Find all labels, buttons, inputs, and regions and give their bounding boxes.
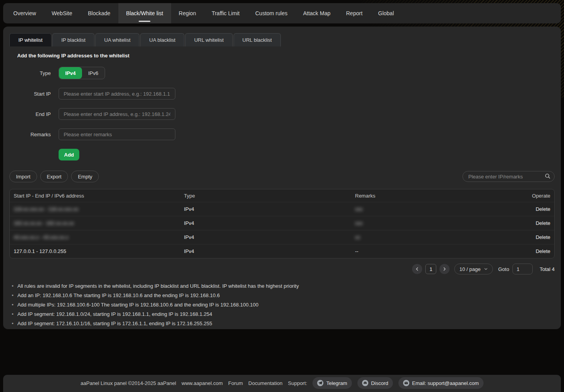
ip-range-redacted: 182.xx.xx.xx - 182.xx.xx.xx xyxy=(14,220,74,226)
start-ip-input[interactable] xyxy=(59,88,175,100)
tab-ua-whitelist[interactable]: UA whitelist xyxy=(95,33,139,46)
ip-type: IPv4 xyxy=(184,206,355,212)
tab-ip-blacklist[interactable]: IP blacklist xyxy=(52,33,95,46)
ipv4-segment[interactable]: IPv4 xyxy=(59,67,82,79)
nav-item-website[interactable]: WebSite xyxy=(44,3,80,23)
ip-type: IPv4 xyxy=(184,220,355,226)
table-row: 118.xx.xxx.xx - 118.xx.xxx.xx IPv4 xxx D… xyxy=(10,202,554,216)
remarks-label: Remarks xyxy=(17,132,51,137)
copyright-text: aaPanel Linux panel ©2014-2025 aaPanel xyxy=(80,380,176,386)
type-label: Type xyxy=(17,70,51,76)
nav-item-black-white-list[interactable]: Black/White list xyxy=(118,3,171,23)
remarks-redacted: xxx xyxy=(355,220,363,226)
tab-url-blacklist[interactable]: URL blacklist xyxy=(234,33,281,46)
email-label: Email: support@aapanel.com xyxy=(412,380,479,386)
discord-button[interactable]: Discord xyxy=(357,377,393,389)
nav-item-region[interactable]: Region xyxy=(171,3,204,23)
email-button[interactable]: Email: support@aapanel.com xyxy=(398,377,484,389)
end-ip-input[interactable] xyxy=(59,108,175,120)
forum-link[interactable]: Forum xyxy=(228,380,243,386)
goto-page-input[interactable] xyxy=(512,264,533,274)
nav-item-overview[interactable]: Overview xyxy=(5,3,44,23)
import-button[interactable]: Import xyxy=(9,171,37,182)
remarks-redacted: xx xyxy=(355,234,360,240)
nav-item-global[interactable]: Global xyxy=(370,3,402,23)
delete-link[interactable]: Delete xyxy=(535,206,550,212)
ip-type: IPv4 xyxy=(184,234,355,240)
email-icon xyxy=(403,380,409,386)
active-tab-underline xyxy=(139,21,150,22)
delete-link[interactable]: Delete xyxy=(535,248,550,254)
pagination: 1 10 / page Goto Total 4 xyxy=(9,264,555,274)
start-ip-label: Start IP xyxy=(17,91,51,97)
telegram-button[interactable]: Telegram xyxy=(312,377,352,389)
empty-button[interactable]: Empty xyxy=(71,171,99,182)
top-navbar: Overview WebSite Blockade Black/White li… xyxy=(3,3,561,23)
page-size-value: 10 / page xyxy=(459,266,480,272)
note-line: Add multiple IPs: 192.168.100.6-100 The … xyxy=(12,300,555,310)
chevron-down-icon xyxy=(484,267,488,271)
add-button[interactable]: Add xyxy=(59,149,79,160)
nav-item-blockade[interactable]: Blockade xyxy=(80,3,118,23)
export-button[interactable]: Export xyxy=(40,171,68,182)
table-row: 127.0.0.1 - 127.0.0.255 IPv4 -- Delete xyxy=(10,244,554,258)
note-line: All rules are invalid for IP segments in… xyxy=(12,282,555,291)
ip-range: 127.0.0.1 - 127.0.0.255 xyxy=(14,248,184,254)
ipv6-segment[interactable]: IPv6 xyxy=(82,67,105,79)
page-size-select[interactable]: 10 / page xyxy=(454,264,493,274)
delete-link[interactable]: Delete xyxy=(535,220,550,226)
total-count: Total 4 xyxy=(540,266,555,272)
site-link[interactable]: www.aapanel.com xyxy=(182,380,223,386)
end-ip-label: End IP xyxy=(17,111,51,117)
header-type: Type xyxy=(184,193,355,199)
whitelist-table: Start IP - End IP / IPv6 address Type Re… xyxy=(9,189,555,258)
ip-range-redacted: 118.xx.xxx.xx - 118.xx.xxx.xx xyxy=(14,206,79,212)
page-number-1[interactable]: 1 xyxy=(425,264,436,274)
ip-range-redacted: 43.xxx.xx.x - 43.xxx.xx.x xyxy=(14,234,68,240)
note-line: Add IP segment: 172.16.10.1/16, starting… xyxy=(12,319,555,328)
table-toolbar: Import Export Empty xyxy=(9,171,555,182)
list-type-tabs: IP whitelist IP blacklist UA whitelist U… xyxy=(9,33,555,46)
nav-item-report[interactable]: Report xyxy=(338,3,370,23)
black-white-list-panel: IP whitelist IP blacklist UA whitelist U… xyxy=(3,27,561,329)
nav-item-custom-rules[interactable]: Custom rules xyxy=(248,3,295,23)
tab-url-whitelist[interactable]: URL whitelist xyxy=(185,33,232,46)
note-line: Add IP segment: 192.168.1.0/24, starting… xyxy=(12,310,555,319)
prev-page-button[interactable] xyxy=(412,264,422,274)
nav-item-label: Black/White list xyxy=(126,10,163,16)
goto-label: Goto xyxy=(498,266,509,272)
header-operate: Operate xyxy=(507,193,550,199)
header-remarks: Remarks xyxy=(355,193,507,199)
remarks-redacted: xxx xyxy=(355,206,363,212)
delete-link[interactable]: Delete xyxy=(535,234,550,240)
remarks-input[interactable] xyxy=(59,128,175,140)
ip-type: IPv4 xyxy=(184,248,355,254)
ip-type-toggle: IPv4 IPv6 xyxy=(59,67,105,79)
header-range: Start IP - End IP / IPv6 address xyxy=(14,193,184,199)
tab-ua-blacklist[interactable]: UA blacklist xyxy=(140,33,184,46)
nav-item-attack-map[interactable]: Attack Map xyxy=(295,3,338,23)
tab-ip-whitelist[interactable]: IP whitelist xyxy=(9,33,52,46)
remarks-value: -- xyxy=(355,248,507,254)
discord-icon xyxy=(362,380,368,386)
nav-item-traffic-limit[interactable]: Traffic Limit xyxy=(204,3,248,23)
form-title: Add the following IP addresses to the wh… xyxy=(17,53,555,59)
footer-bar: aaPanel Linux panel ©2014-2025 aaPanel w… xyxy=(3,375,561,392)
search-icon[interactable] xyxy=(544,173,551,181)
next-page-button[interactable] xyxy=(439,264,450,274)
support-label: Support: xyxy=(288,380,307,386)
discord-label: Discord xyxy=(371,380,388,386)
table-row: 182.xx.xx.xx - 182.xx.xx.xx IPv4 xxx Del… xyxy=(10,216,554,230)
table-header: Start IP - End IP / IPv6 address Type Re… xyxy=(10,189,554,202)
note-line: Add an IP: 192.168.10.6 The starting IP … xyxy=(12,291,555,300)
telegram-label: Telegram xyxy=(326,380,347,386)
add-ip-form: Add the following IP addresses to the wh… xyxy=(17,53,555,160)
documentation-link[interactable]: Documentation xyxy=(248,380,282,386)
table-row: 43.xxx.xx.x - 43.xxx.xx.x IPv4 xx Delete xyxy=(10,230,554,244)
telegram-icon xyxy=(317,380,323,386)
help-notes: All rules are invalid for IP segments in… xyxy=(12,282,555,328)
search-input[interactable] xyxy=(462,171,555,182)
